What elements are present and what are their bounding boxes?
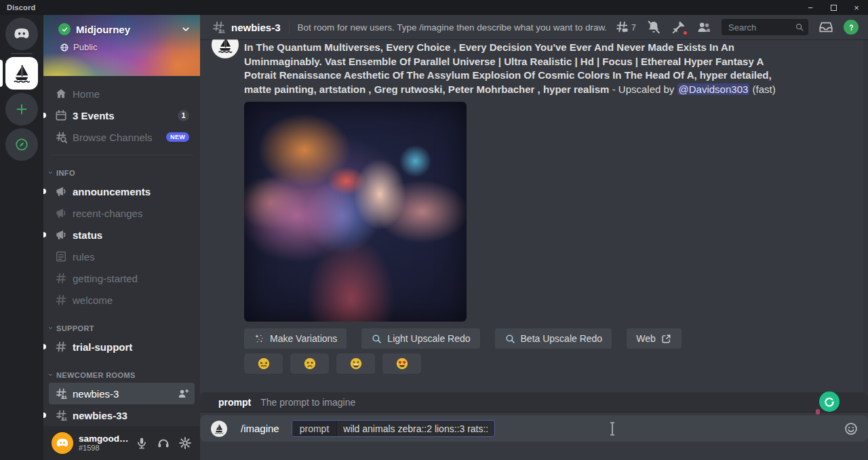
reaction-heart-eyes[interactable]	[382, 353, 421, 374]
server-banner[interactable]: Midjourney Public	[43, 15, 200, 76]
notifications-muted-icon[interactable]	[646, 20, 661, 35]
discord-logo-icon	[12, 24, 31, 43]
channel-status[interactable]: status	[49, 224, 195, 246]
discord-window: Discord − × Midjo	[0, 0, 868, 460]
minimize-button[interactable]: −	[799, 0, 822, 15]
pin-alert-dot	[682, 30, 688, 36]
channel-welcome[interactable]: welcome	[49, 289, 195, 311]
category-newcomer-rooms[interactable]: NEWCOMER ROOMS	[43, 367, 200, 383]
message-composer[interactable]: /imagine prompt wild animals zebra::2 li…	[200, 415, 868, 442]
channel-recent-changes[interactable]: recent-changes	[49, 202, 195, 224]
sidebar-item-browse-channels[interactable]: Browse Channels NEW	[49, 126, 195, 148]
chevron-down-icon[interactable]	[180, 24, 191, 35]
create-invite-icon[interactable]	[177, 387, 189, 400]
pinned-messages-button[interactable]	[671, 20, 686, 35]
unread-pill	[43, 413, 46, 418]
channel-newbies-33[interactable]: newbies-33	[49, 404, 195, 426]
server-visibility: Public	[73, 42, 97, 52]
confounded-face-icon	[257, 357, 271, 370]
inbox-icon[interactable]	[818, 20, 833, 35]
external-link-icon	[660, 333, 672, 345]
bot-avatar[interactable]	[212, 39, 239, 58]
channel-newbies-3[interactable]: newbies-3	[49, 383, 195, 404]
reaction-disappointed[interactable]	[290, 353, 329, 374]
category-support[interactable]: SUPPORT	[43, 320, 200, 336]
channel-topic[interactable]: Bot room for new users. Type /imagine th…	[298, 22, 606, 33]
prompt-value[interactable]: wild animals zebra::2 lions::3 rats::	[337, 423, 494, 434]
reaction-confounded[interactable]	[244, 353, 283, 374]
user-mention[interactable]: @Davidson303	[677, 83, 750, 95]
message-actions: Make Variations Light Upscale Redo Beta …	[244, 328, 793, 349]
channel-label: announcements	[73, 186, 189, 197]
channel-getting-started[interactable]: getting-started	[49, 267, 195, 289]
settings-gear-icon[interactable]	[178, 436, 192, 450]
sidebar-item-events[interactable]: 3 Events 1	[49, 104, 195, 126]
category-label: SUPPORT	[56, 324, 94, 332]
home-server-button[interactable]	[5, 18, 38, 50]
sidebar-divider	[50, 155, 193, 155]
web-button[interactable]: Web	[627, 328, 682, 349]
headphones-icon[interactable]	[157, 436, 170, 450]
mic-icon[interactable]	[135, 436, 149, 450]
disappointed-face-icon	[303, 357, 317, 370]
imagine-bot-avatar	[211, 421, 227, 437]
reaction-grinning[interactable]	[336, 353, 375, 374]
search-input[interactable]	[727, 22, 792, 33]
search-box[interactable]	[722, 19, 808, 35]
option-hint-description: The prompt to imagine	[260, 397, 355, 408]
channel-announcements[interactable]: announcements	[49, 180, 195, 202]
plus-icon	[14, 102, 29, 117]
help-button[interactable]	[844, 20, 859, 35]
explore-servers-button[interactable]	[5, 128, 38, 161]
server-name: Midjourney	[76, 24, 175, 35]
server-rail	[0, 15, 43, 460]
close-button[interactable]: ×	[845, 0, 868, 15]
chat-scrollbar[interactable]	[863, 39, 868, 392]
megaphone-icon	[54, 185, 68, 198]
threads-button[interactable]: 7	[614, 20, 636, 35]
midjourney-server-button[interactable]	[5, 57, 38, 90]
rail-divider	[11, 53, 33, 54]
emoji-picker-icon[interactable]	[844, 421, 859, 436]
hash-people-icon	[54, 387, 68, 400]
threads-icon	[614, 20, 629, 35]
message-text: In The Quantum Multiverses, Every Choice…	[244, 41, 793, 96]
new-badge: NEW	[166, 132, 189, 142]
channel-trial-support[interactable]: trial-support	[49, 336, 195, 358]
category-info[interactable]: INFO	[43, 165, 200, 180]
question-mark-icon	[846, 22, 856, 33]
prompt-option-field[interactable]: prompt wild animals zebra::2 lions::3 ra…	[292, 420, 496, 437]
light-upscale-redo-button[interactable]: Light Upscale Redo	[361, 328, 479, 349]
username: samgoodw...	[79, 434, 130, 444]
channel-list: Home 3 Events 1 Browse Channels NEW INFO	[43, 76, 200, 426]
maximize-button[interactable]	[822, 0, 845, 15]
magnifier-icon	[505, 333, 516, 345]
user-identity[interactable]: samgoodw... #1598	[79, 434, 130, 453]
speed-mode-text: (fast)	[753, 83, 776, 95]
user-tag: #1598	[79, 444, 130, 452]
command-option-hint[interactable]: prompt The prompt to imagine	[200, 392, 868, 413]
member-list-icon[interactable]	[696, 20, 711, 35]
events-count-badge: 1	[178, 110, 189, 121]
option-name-label: prompt	[292, 421, 338, 436]
grammarly-icon[interactable]	[819, 391, 840, 412]
rules-icon	[54, 250, 68, 263]
hash-people-icon	[211, 20, 226, 35]
sidebar-item-label: 3 Events	[73, 110, 173, 121]
title-bar: Discord − ×	[0, 0, 868, 15]
user-panel: samgoodw... #1598	[43, 426, 200, 460]
make-variations-button[interactable]: Make Variations	[244, 328, 347, 349]
add-server-button[interactable]	[5, 93, 38, 126]
user-avatar[interactable]	[52, 432, 73, 454]
sidebar-item-home[interactable]: Home	[49, 83, 195, 104]
channel-label: trial-support	[73, 341, 189, 353]
category-chevron-icon	[47, 170, 54, 176]
channel-rules[interactable]: rules	[49, 246, 195, 267]
compass-icon	[14, 137, 29, 152]
hash-icon	[54, 271, 68, 285]
home-icon	[54, 87, 68, 100]
main-content: newbies-3 Bot room for new users. Type /…	[200, 15, 868, 460]
generated-image[interactable]	[244, 102, 467, 322]
button-label: Make Variations	[270, 333, 337, 344]
beta-upscale-redo-button[interactable]: Beta Upscale Redo	[495, 328, 612, 349]
